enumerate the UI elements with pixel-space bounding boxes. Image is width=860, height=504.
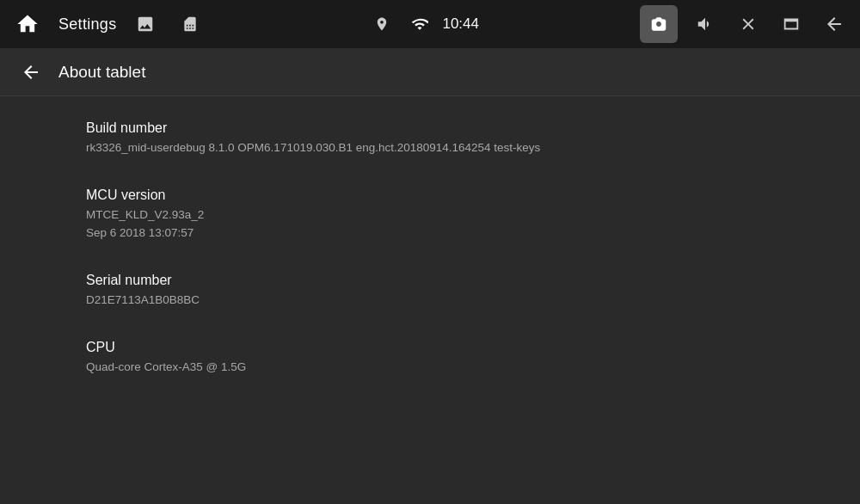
close-icon[interactable] (733, 9, 764, 40)
screenshot-camera-icon[interactable] (640, 5, 678, 43)
gallery-icon[interactable] (130, 9, 161, 40)
sim-icon[interactable] (175, 9, 206, 40)
mcu-version-value: MTCE_KLD_V2.93a_2 Sep 6 2018 13:07:57 (86, 206, 774, 242)
app-title: Settings (58, 15, 116, 34)
build-number-value: rk3326_mid-userdebug 8.1.0 OPM6.171019.0… (86, 139, 774, 157)
serial-number-label: Serial number (86, 273, 774, 288)
status-bar: Settings 10:44 (0, 0, 860, 48)
status-time: 10:44 (442, 15, 479, 33)
build-number-item: Build number rk3326_mid-userdebug 8.1.0 … (0, 105, 860, 172)
serial-number-value: D21E7113A1B0B8BC (86, 292, 774, 309)
location-icon (366, 9, 397, 40)
content-area: Build number rk3326_mid-userdebug 8.1.0 … (0, 96, 860, 504)
mcu-version-label: MCU version (86, 187, 774, 203)
status-bar-right (640, 5, 850, 43)
page-title: About tablet (58, 63, 145, 82)
back-button[interactable] (17, 58, 45, 86)
serial-number-item: Serial number D21E7113A1B0B8BC (0, 257, 860, 324)
wifi-icon (404, 9, 435, 40)
status-bar-left: Settings (10, 7, 206, 41)
cpu-value: Quad-core Cortex-A35 @ 1.5G (86, 359, 774, 376)
build-number-label: Build number (86, 120, 774, 136)
volume-icon[interactable] (690, 9, 721, 40)
cpu-label: CPU (86, 340, 774, 355)
subheader: About tablet (0, 48, 860, 96)
status-bar-center: 10:44 (366, 9, 479, 40)
mcu-version-item: MCU version MTCE_KLD_V2.93a_2 Sep 6 2018… (0, 172, 860, 257)
nav-back-icon[interactable] (819, 9, 850, 40)
cpu-item: CPU Quad-core Cortex-A35 @ 1.5G (0, 324, 860, 391)
home-icon[interactable] (10, 7, 45, 41)
window-icon[interactable] (776, 9, 807, 40)
